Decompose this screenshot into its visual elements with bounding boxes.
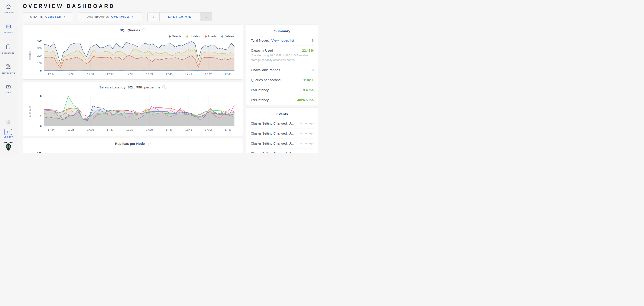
- info-icon[interactable]: i: [162, 85, 166, 89]
- sidebar-item-databases[interactable]: DATABASES: [2, 43, 14, 63]
- chevron-left-icon: ‹: [153, 14, 154, 20]
- info-icon[interactable]: i: [147, 142, 150, 146]
- chevron-down-icon: ▾: [132, 16, 133, 18]
- svg-text:17:40: 17:40: [166, 128, 172, 132]
- svg-text:17:35: 17:35: [67, 128, 74, 132]
- svg-text:17:41: 17:41: [185, 73, 192, 76]
- event-row: Cluster Setting Changed: U... a day ago: [251, 118, 314, 128]
- dashboard-dropdown-value: OVERVIEW: [111, 15, 130, 18]
- svg-text:17:37: 17:37: [107, 73, 114, 76]
- summary-row-p50: P50 latency 9.4 ms: [251, 85, 314, 95]
- svg-text:17:42: 17:42: [205, 128, 212, 132]
- svg-text:6: 6: [40, 94, 42, 97]
- graph-dropdown-label: GRAPH:: [30, 15, 44, 18]
- svg-text:17:34: 17:34: [48, 128, 54, 132]
- svg-text:17:36: 17:36: [87, 128, 94, 132]
- service-latency-chart-card: Service Latency: SQL, 99th percentile i …: [23, 82, 243, 136]
- view-nodes-list-link[interactable]: View nodes list: [271, 38, 294, 42]
- summary-row-label: P99 latency: [251, 98, 268, 102]
- svg-text:4: 4: [40, 104, 42, 107]
- sidebar-item-overview[interactable]: OVERVIEW: [3, 3, 14, 23]
- summary-row-value: 4026.5 ms: [297, 98, 314, 102]
- right-sidebar: Summary Total Nodes View nodes list 6 Ca…: [246, 24, 318, 153]
- chart-title: Replicas per Node: [115, 142, 145, 146]
- svg-text:17:42: 17:42: [205, 73, 212, 76]
- legend-dot-icon: [221, 36, 223, 38]
- graph-dropdown-value: CLUSTER: [45, 15, 62, 18]
- sidebar-item-metrics[interactable]: METRICS: [4, 23, 13, 43]
- legend-label: Deletes: [225, 35, 234, 38]
- summary-panel: Summary Total Nodes View nodes list 6 Ca…: [246, 24, 318, 105]
- event-time: a day ago: [300, 142, 314, 145]
- svg-text:2: 2: [40, 115, 42, 118]
- logout-label: LOG OUT: [4, 136, 13, 138]
- event-row: Cluster Setting Changed: U... a day ago: [251, 128, 314, 138]
- time-range-control: ‹ LAST 10 MIN ›: [147, 12, 212, 21]
- svg-text:17:43: 17:43: [224, 128, 231, 132]
- event-time: a day ago: [300, 132, 314, 135]
- sql-queries-chart[interactable]: 17:3417:3517:3617:3717:3817:3917:4017:41…: [23, 25, 243, 79]
- cockroachdb-logo: [4, 141, 13, 153]
- svg-text:17:39: 17:39: [146, 73, 153, 76]
- svg-text:17:36: 17:36: [87, 73, 94, 76]
- event-row: Cluster Setting Changed: U... a day ago: [251, 138, 314, 148]
- jobs-icon: [5, 84, 12, 90]
- charts-column: SQL Queries i Selects Updates Inserts De…: [23, 24, 243, 153]
- time-next-button[interactable]: ›: [200, 12, 212, 21]
- svg-text:300: 300: [37, 47, 42, 50]
- chart-legend: Selects Updates Inserts Deletes: [169, 35, 234, 38]
- capacity-description: You are using 86.6 GiB of 386.1 GiB usab…: [251, 53, 314, 62]
- svg-text:17:37: 17:37: [107, 128, 114, 132]
- svg-text:17:35: 17:35: [67, 73, 74, 76]
- event-row: Cluster Setting Changed: U... a day ago: [251, 148, 314, 153]
- legend-dot-icon: [169, 36, 171, 38]
- databases-icon: [5, 44, 11, 51]
- logout-button[interactable]: C LOG OUT: [4, 129, 13, 138]
- svg-text:400: 400: [37, 39, 42, 42]
- replicas-per-node-chart-card: Replicas per Node i 1.6k: [23, 138, 243, 153]
- time-prev-button[interactable]: ‹: [148, 12, 160, 21]
- sidebar-item-label: STATEMENTS: [2, 72, 15, 74]
- event-time: a day ago: [300, 122, 314, 125]
- sidebar-item-label: DATABASES: [2, 52, 14, 54]
- legend-label: Inserts: [208, 35, 216, 38]
- summary-row-label: Capacity Used: [251, 48, 273, 52]
- svg-text:latency (s): latency (s): [28, 104, 31, 117]
- info-icon[interactable]: i: [142, 28, 146, 32]
- logout-box-icon: C: [4, 129, 12, 135]
- events-title: Events: [251, 111, 314, 118]
- time-range-label[interactable]: LAST 10 MIN: [160, 12, 200, 21]
- replicas-per-node-chart[interactable]: 1.6k: [23, 138, 243, 153]
- legend-item: Updates: [186, 35, 200, 38]
- summary-row-value: 9.4 ms: [303, 88, 314, 92]
- svg-text:0: 0: [40, 125, 42, 128]
- sidebar-item-statements[interactable]: STATEMENTS: [2, 63, 15, 83]
- summary-row-label: Unavailable ranges: [251, 68, 280, 72]
- summary-title: Summary: [251, 28, 314, 36]
- home-icon: [5, 4, 12, 10]
- summary-row-label: P50 latency: [251, 88, 268, 92]
- gear-icon[interactable]: ⚙: [6, 120, 11, 125]
- statements-icon: [5, 64, 11, 71]
- metrics-icon: [5, 24, 12, 30]
- legend-item: Inserts: [205, 35, 216, 38]
- controls-bar: GRAPH: CLUSTER ▾ DASHBOARD: OVERVIEW ▾ ‹…: [23, 12, 318, 21]
- summary-row-unavailable-ranges: Unavailable ranges 0: [251, 65, 314, 75]
- summary-row-value: 6: [312, 38, 314, 42]
- page-title: OVERVIEW DASHBOARD: [23, 3, 318, 9]
- main-content: OVERVIEW DASHBOARD GRAPH: CLUSTER ▾ DASH…: [17, 0, 322, 153]
- dashboard-dropdown[interactable]: DASHBOARD: OVERVIEW ▾: [78, 12, 142, 21]
- summary-row-label: Total Nodes: [251, 38, 269, 42]
- sidebar-item-jobs[interactable]: JOBS: [5, 83, 12, 103]
- event-label: Cluster Setting Changed: U...: [251, 122, 294, 125]
- svg-text:17:38: 17:38: [126, 128, 133, 132]
- svg-text:17:41: 17:41: [185, 128, 192, 132]
- svg-text:17:43: 17:43: [224, 73, 231, 76]
- legend-dot-icon: [186, 36, 188, 38]
- svg-text:1.6k: 1.6k: [36, 152, 42, 153]
- svg-text:17:39: 17:39: [146, 128, 153, 132]
- svg-text:17:34: 17:34: [48, 73, 54, 76]
- service-latency-chart[interactable]: 17:3417:3517:3617:3717:3817:3917:4017:41…: [23, 82, 243, 136]
- event-label: Cluster Setting Changed: U...: [251, 152, 294, 153]
- graph-dropdown[interactable]: GRAPH: CLUSTER ▾: [23, 12, 72, 21]
